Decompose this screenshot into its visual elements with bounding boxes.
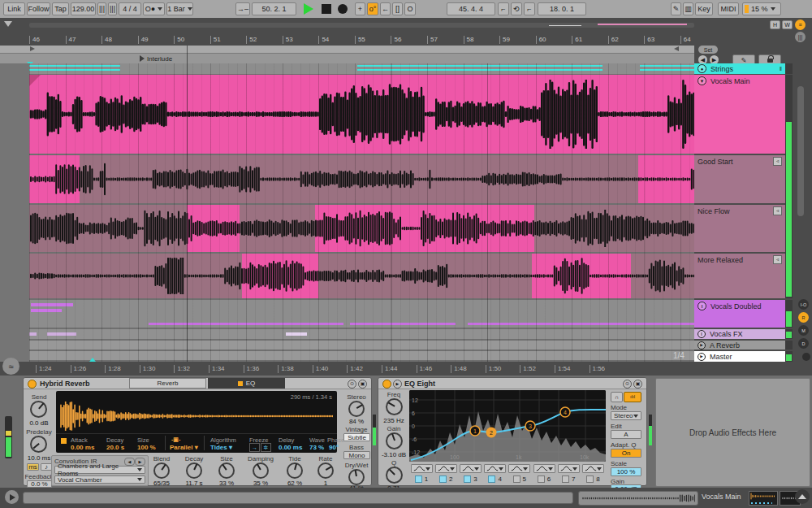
band-enable-checkbox[interactable] (538, 475, 545, 483)
device-title-bar[interactable]: ▶ EQ Eight ⊙ ▣ (378, 378, 646, 389)
follow-button[interactable]: Follow (27, 2, 50, 15)
audio-clip[interactable] (357, 63, 603, 74)
device-hybrid-reverb[interactable]: Hybrid Reverb Reverb EQ ⊙ ▣ Send 0.0 dB … (23, 377, 372, 486)
phase-nudge-down-icon[interactable]: ||| (97, 2, 106, 15)
arrangement-area[interactable] (29, 63, 694, 362)
track-row-master[interactable] (29, 351, 694, 360)
bar-ruler[interactable]: 46474849505152535455565758596061626364 (29, 36, 694, 45)
filter-type-select[interactable] (435, 464, 457, 473)
audio-clip[interactable] (31, 303, 73, 306)
arrangement-position-field[interactable]: 50. 2. 1 (252, 2, 296, 15)
zoom-height-button[interactable]: H (770, 20, 780, 29)
track-header-vocals-fx[interactable]: ‖ Vocals FX (694, 329, 785, 339)
audio-clip[interactable] (31, 309, 62, 312)
show-mixer-toggle[interactable]: M (798, 325, 809, 336)
punch-out-icon[interactable]: ⌐ (524, 2, 535, 15)
show-io-toggle[interactable]: I-O (798, 299, 809, 310)
take-lane-header-nice-flow[interactable]: Nice Flow ◃ (694, 205, 785, 252)
band-enable-checkbox[interactable] (562, 475, 569, 483)
scale-field[interactable]: 100 % (611, 467, 641, 476)
device-on-icon[interactable] (382, 380, 391, 389)
filter-type-select[interactable] (558, 464, 580, 473)
loop-scrub-strip[interactable] (0, 46, 812, 54)
play-clip-icon[interactable]: ▶ (698, 353, 706, 361)
re-enable-automation-icon[interactable]: ← (380, 2, 391, 15)
show-returns-toggle[interactable]: R (798, 312, 809, 323)
q-knob[interactable] (386, 467, 403, 484)
waveform-zoom-icon[interactable]: ≈ (2, 358, 19, 375)
audio-clip[interactable] (640, 63, 694, 74)
hot-swap-icon[interactable]: ⊙ (348, 380, 356, 389)
track-header-vocals-main[interactable]: ▼ Vocals Main (694, 75, 785, 154)
take-lane-audition-icon[interactable]: ◃ (773, 206, 782, 215)
midi-map-button[interactable]: MIDI (718, 2, 739, 15)
fold-track-icon[interactable]: ▼ (698, 76, 706, 85)
band-enable-checkbox[interactable] (513, 475, 520, 483)
ms-toggle[interactable]: ms (27, 463, 39, 471)
tab-reverb[interactable]: Reverb (129, 378, 206, 389)
session-record-icon[interactable]: O (404, 2, 416, 15)
filter-type-select[interactable] (411, 464, 433, 473)
eq-curve-display[interactable]: 12 6 0 -6 -12 100 1k 10k 1 2 3 4 (409, 390, 606, 462)
phase-value[interactable]: 90° (329, 444, 339, 451)
arrangement-overview[interactable] (29, 23, 694, 28)
loop-length-field[interactable]: 18. 0. 1 (538, 2, 586, 15)
locator-interlude[interactable]: Interlude (140, 54, 172, 63)
track-row-vocals-fx[interactable] (29, 329, 694, 339)
band-enable-checkbox[interactable] (586, 475, 594, 483)
filter-type-select[interactable] (508, 464, 530, 473)
unfold-track-icon[interactable]: ● (698, 64, 706, 73)
return-track-header-a-reverb[interactable]: ▶ A Reverb (694, 341, 785, 350)
loop-switch-icon[interactable]: ⟲ (511, 2, 522, 15)
capture-midi-icon[interactable]: [] (392, 2, 403, 15)
tap-tempo-button[interactable]: Tap (52, 2, 69, 15)
predelay-knob[interactable] (30, 436, 47, 453)
take-lane-nice-flow[interactable] (29, 205, 694, 252)
tempo-field[interactable]: 129.00 (71, 2, 96, 15)
size-knob[interactable] (218, 462, 235, 479)
time-ruler[interactable]: 1:241:261:281:301:321:341:361:381:401:42… (36, 365, 677, 374)
device-drop-zone[interactable]: Drop Audio Effects Here (655, 378, 810, 487)
loop-end-marker[interactable] (674, 46, 679, 51)
show-delay-toggle[interactable]: D (798, 338, 809, 349)
freeze-in-icon[interactable]: → (249, 443, 260, 452)
time-signature-field[interactable]: 4 / 4 (119, 2, 141, 15)
take-lane-more-relaxed[interactable] (29, 254, 694, 298)
pause-clip-icon[interactable]: ‖ (698, 330, 706, 338)
audio-clip[interactable] (350, 323, 456, 325)
play-clip-icon[interactable]: ▶ (698, 341, 706, 350)
quantize-menu[interactable]: 1 Bar (166, 2, 193, 15)
routing-selector[interactable]: Parallel ▾ (170, 444, 198, 451)
wave-value[interactable]: 73 % (309, 444, 324, 451)
loop-start-marker[interactable] (30, 46, 35, 51)
sync-toggle[interactable]: ♪ (41, 463, 52, 471)
spectrum-analyzer-icon[interactable]: ılıl (624, 392, 641, 402)
metronome-button[interactable]: O● (143, 2, 165, 15)
band-enable-checkbox[interactable] (415, 475, 422, 483)
draw-mode-icon[interactable]: ✎ (671, 2, 681, 15)
back-to-arrangement-icon[interactable] (4, 21, 12, 27)
drywet-knob[interactable] (348, 469, 365, 485)
pause-clip-icon[interactable]: ‖ (698, 302, 706, 310)
cpu-meter[interactable]: 15 % (742, 2, 781, 15)
overdub-plus-icon[interactable]: + (355, 2, 365, 15)
filter-type-select[interactable] (484, 464, 506, 473)
master-track-header[interactable]: ▶ Master (694, 351, 785, 362)
take-lane-header-more-relaxed[interactable]: More Relaxed ◃ (694, 254, 785, 298)
take-lane-good-start[interactable] (29, 155, 694, 203)
device-on-icon[interactable] (28, 380, 37, 389)
punch-in-icon[interactable]: ⌐ (498, 2, 509, 15)
take-lane-header-good-start[interactable]: Good Start ◃ (694, 155, 785, 203)
ir-decay-value[interactable]: 20.0 s (106, 444, 124, 451)
set-locator-button[interactable]: Set (698, 46, 718, 54)
device-eq-eight[interactable]: ▶ EQ Eight ⊙ ▣ Freq 235 Hz Gain -3.10 dB… (378, 377, 647, 486)
delay-value[interactable]: 0.00 ms (279, 444, 302, 451)
preview-icon[interactable]: ▶ (393, 380, 402, 389)
playhead[interactable] (187, 46, 188, 362)
freq-knob[interactable] (386, 398, 403, 415)
algorithm-selector[interactable]: Tides ▾ (210, 444, 232, 451)
feedback-field[interactable]: 0.0 % (27, 480, 52, 488)
audio-clip[interactable] (468, 323, 694, 325)
adapt-q-toggle[interactable]: On (611, 449, 641, 458)
show-hide-detail-icon[interactable] (795, 489, 810, 504)
